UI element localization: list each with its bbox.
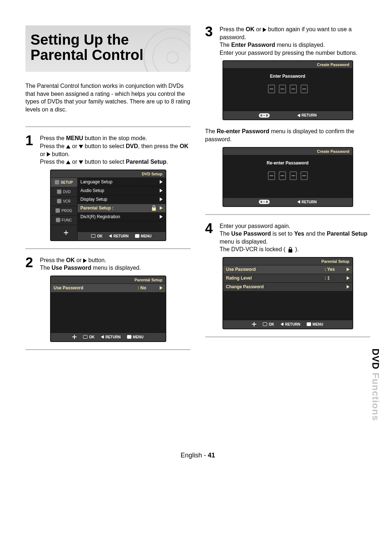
lock-icon (151, 205, 157, 211)
ok-icon (91, 234, 95, 238)
arrow-up-icon (66, 160, 70, 164)
osd-title: Parental Setup (223, 258, 352, 265)
osd-foot-ok: OK (263, 322, 274, 326)
osd-foot-return: RETURN (297, 113, 317, 117)
play-icon (263, 28, 266, 32)
osd-row-usepassword: Use Password : Yes (223, 265, 352, 274)
osd-footer: OK RETURN MENU (51, 333, 166, 341)
osd-title: DVD Setup (51, 170, 166, 178)
disc-icon (57, 190, 61, 194)
osd-row-usepassword: Use Password : No (51, 284, 166, 293)
step-3: 3 Press the OK or button again if you wa… (205, 25, 370, 57)
step-4: 4 Enter your password again. The Use Pas… (205, 222, 370, 253)
arrow-up-icon (66, 145, 70, 148)
caret-right-icon (160, 215, 163, 219)
pw-digit (279, 85, 286, 93)
clock-icon (56, 208, 60, 213)
pw-digit (268, 85, 275, 93)
pw-digit (301, 85, 308, 93)
caret-right-icon (160, 286, 163, 290)
osd-title: Parental Setup (51, 276, 166, 284)
osd-item-audio: Audio Setup (78, 187, 166, 195)
pw-digit (268, 171, 275, 180)
return-icon (297, 114, 300, 117)
osd-footer: OK RETURN MENU (223, 320, 352, 329)
step-body: Enter your password again. The Use Passw… (220, 222, 370, 253)
tape-icon (57, 199, 61, 203)
osd-tab-setup: SETUP (51, 178, 77, 187)
divider (205, 337, 370, 337)
move-icon (252, 322, 256, 326)
password-boxes (223, 82, 352, 103)
osd-footer: 0 ~ 9 RETURN (223, 197, 352, 206)
osd-item-display: Display Setup (78, 195, 166, 204)
osd-title: Create Password (223, 61, 352, 69)
osd-foot-numrange: 0 ~ 9 (259, 113, 270, 118)
osd-parental-no: Parental Setup Use Password : No OK RETU… (50, 276, 166, 342)
menu-icon (135, 234, 139, 238)
return-icon (101, 335, 104, 339)
arrow-down-icon (79, 160, 83, 164)
caret-right-icon (160, 180, 163, 184)
step-body: Press the MENU button in the stop mode. … (40, 134, 191, 166)
osd-item-divx: DivX(R) Registration (78, 213, 166, 221)
osd-foot-return: RETURN (281, 322, 300, 326)
step-body: Press the OK or button. The Use Password… (40, 256, 191, 272)
osd-tab-dvd: DVD (51, 187, 77, 197)
step-body: Press the OK or button again if you want… (220, 25, 370, 57)
osd-foot-menu: MENU (307, 322, 323, 326)
password-boxes (223, 168, 352, 190)
reenter-note: The Re-enter Password menu is displayed … (205, 127, 370, 143)
osd-foot-return: RETURN (101, 335, 121, 339)
step-number: 4 (205, 222, 215, 253)
divider (25, 248, 191, 249)
osd-tab-vcr: VCR (51, 197, 77, 206)
divider (25, 349, 191, 350)
osd-sidebar: SETUP DVD VCR PROG FUNC (51, 178, 78, 240)
page-footer: English - 41 (25, 452, 370, 459)
caret-right-icon (347, 268, 350, 271)
pw-digit (290, 171, 297, 180)
pw-digit (301, 171, 308, 180)
osd-row-changepassword: Change Password (223, 283, 352, 292)
menu-icon (127, 335, 131, 339)
play-icon (83, 258, 87, 263)
play-icon (47, 152, 50, 156)
arrow-down-icon (79, 145, 83, 148)
ok-icon (83, 335, 87, 339)
step-1: 1 Press the MENU button in the stop mode… (25, 134, 191, 166)
caret-right-icon (160, 206, 163, 210)
pw-digit (290, 85, 297, 93)
grid-icon (56, 218, 60, 222)
osd-row-ratinglevel: Rating Level : 1 (223, 274, 352, 283)
osd-prompt: Enter Passaword (223, 74, 352, 79)
osd-footer: 0 ~ 9 RETURN (223, 111, 352, 119)
osd-parental-yes: Parental Setup Use Password : Yes Rating… (222, 257, 353, 329)
return-icon (109, 234, 112, 238)
osd-foot-return: RETURN (109, 234, 128, 238)
osd-foot-return: RETURN (297, 200, 317, 204)
gear-icon (55, 180, 59, 184)
caret-right-icon (347, 276, 350, 280)
osd-foot-ok: OK (83, 335, 94, 339)
step-number: 2 (25, 256, 36, 272)
intro-text: The Parental Control function works in c… (25, 82, 191, 113)
osd-foot-move (72, 335, 77, 339)
return-icon (281, 322, 283, 326)
osd-create-password-enter: Create Password Enter Passaword 0 ~ 9 RE… (222, 60, 353, 120)
step-number: 3 (205, 25, 215, 57)
return-icon (297, 200, 300, 204)
osd-foot-menu: MENU (135, 234, 151, 238)
lock-icon (287, 247, 294, 253)
caret-right-icon (160, 197, 163, 201)
menu-icon (307, 322, 311, 326)
osd-move-indicator (51, 225, 77, 236)
osd-item-language: Language Setup (78, 178, 166, 187)
osd-prompt: Re-enter Passaword (223, 160, 352, 166)
osd-tab-prog: PROG (51, 206, 77, 216)
osd-create-password-reenter: Create Password Re-enter Passaword 0 ~ 9… (222, 147, 353, 207)
osd-foot-menu: MENU (127, 335, 143, 339)
osd-foot-move (252, 322, 256, 326)
osd-item-parental: Parental Setup : (78, 204, 166, 213)
section-side-tab: DVD Functions (370, 349, 381, 421)
